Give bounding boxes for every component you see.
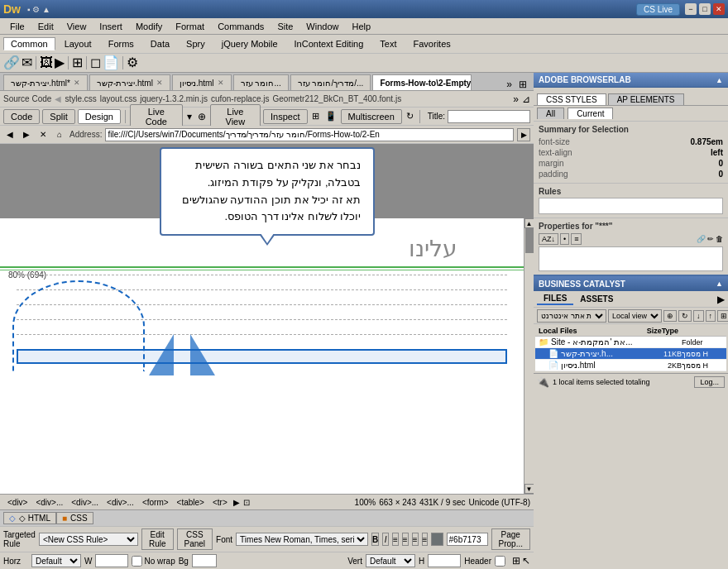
stop-button[interactable]: ✕: [36, 128, 50, 141]
files-tab[interactable]: FILES: [537, 293, 573, 305]
related-source-code[interactable]: Source Code: [3, 94, 51, 103]
menu-insert[interactable]: Insert: [93, 21, 129, 32]
close-button[interactable]: ✕: [713, 3, 725, 15]
tab-file-2-close[interactable]: ✕: [156, 79, 163, 87]
tab-file-3[interactable]: ניסיון.html ✕: [172, 74, 232, 90]
edit-prop-icon[interactable]: ✏: [707, 235, 714, 243]
media-icon[interactable]: ▶: [55, 55, 65, 70]
email-icon[interactable]: ✉: [22, 55, 32, 70]
bc-expand[interactable]: ▲: [716, 280, 723, 288]
properties-css-toggle[interactable]: ■ CSS: [56, 512, 93, 524]
ap-elements-tab[interactable]: AP ELEMENTS: [608, 93, 684, 105]
tab-spry[interactable]: Spry: [179, 37, 213, 50]
widget-icon[interactable]: ⚙: [127, 55, 138, 70]
scroll-down-button[interactable]: ▼: [524, 484, 534, 494]
split-button[interactable]: Split: [42, 109, 74, 124]
inspect-button[interactable]: Inspect: [263, 109, 307, 124]
tab-file-4[interactable]: חומר עזר...: [233, 74, 289, 90]
w-input[interactable]: [95, 554, 128, 567]
menu-format[interactable]: Format: [169, 21, 211, 32]
address-input[interactable]: [105, 128, 514, 141]
italic-button[interactable]: I: [382, 533, 389, 546]
multiscreen-button[interactable]: Multiscreen: [341, 109, 402, 124]
files-connect-button[interactable]: ⊕: [663, 310, 677, 322]
back-button[interactable]: ◀: [3, 128, 17, 141]
tab-forms[interactable]: Forms: [101, 37, 141, 50]
files-get-button[interactable]: ↓: [693, 310, 704, 322]
tag-form[interactable]: <form>: [138, 496, 173, 509]
menu-modify[interactable]: Modify: [129, 21, 169, 32]
files-put-button[interactable]: ↑: [706, 310, 716, 322]
refresh-icon[interactable]: ↻: [405, 111, 415, 122]
tab-common[interactable]: Common: [3, 37, 55, 50]
tab-file-6[interactable]: Forms-How-to\2-Empty\יצירת-קשר.html ✕: [372, 74, 472, 90]
scroll-up-button[interactable]: ▲: [524, 218, 534, 228]
tabs-more-btn[interactable]: »: [503, 79, 515, 90]
tag-div-2[interactable]: <div>...: [31, 496, 67, 509]
tab-file-2[interactable]: יצירת-קשר.html ✕: [89, 74, 170, 90]
properties-html-toggle[interactable]: ◇ ◇ HTML: [3, 512, 56, 524]
no-wrap-checkbox[interactable]: [132, 556, 142, 567]
bold-button[interactable]: B: [371, 533, 379, 546]
maximize-button[interactable]: □: [699, 3, 711, 15]
assets-tab[interactable]: ASSETS: [573, 294, 620, 304]
tab-incontext[interactable]: InContext Editing: [287, 37, 371, 50]
code-button[interactable]: Code: [3, 109, 40, 124]
list-button[interactable]: ≡: [571, 233, 582, 245]
align-center-button[interactable]: ≡: [402, 533, 409, 546]
tag-table[interactable]: <table>: [173, 496, 208, 509]
browser-lab-expand[interactable]: ▲: [716, 76, 723, 84]
related-geometr[interactable]: Geometr212_BkCn_BT_400.font.js: [272, 94, 401, 103]
tag-div-4[interactable]: <div>...: [103, 496, 138, 509]
scroll-thumb[interactable]: [525, 228, 534, 253]
vert-select[interactable]: Default: [366, 554, 415, 567]
template-icon[interactable]: 📄: [103, 55, 119, 70]
scroll-track[interactable]: [525, 228, 534, 484]
color-swatch[interactable]: [431, 533, 443, 546]
files-row-html-1[interactable]: 📄 יצירת-קשר.h... 11KB מסמך H: [535, 348, 726, 360]
menu-help[interactable]: Help: [345, 21, 377, 32]
css-panel-button[interactable]: CSS Panel: [177, 528, 213, 550]
page-properties-button[interactable]: Page Prop...: [491, 528, 530, 550]
targeted-rule-select[interactable]: <New CSS Rule>: [39, 533, 138, 546]
menu-site[interactable]: Site: [271, 21, 299, 32]
div-icon[interactable]: ◻: [90, 55, 101, 70]
home-button[interactable]: ⌂: [53, 128, 66, 141]
related-jquery[interactable]: jquery-1.3.2.min.js: [140, 94, 208, 103]
tag-expand-icon[interactable]: ▶: [232, 498, 242, 507]
title-input[interactable]: [448, 110, 530, 123]
image-icon[interactable]: 🖼: [40, 55, 53, 70]
menu-view[interactable]: View: [60, 21, 93, 32]
tag-tr[interactable]: <tr>: [208, 496, 232, 509]
hyperlink-icon[interactable]: 🔗: [3, 55, 20, 70]
tab-favorites[interactable]: Favorites: [406, 37, 458, 50]
files-refresh-button[interactable]: ↻: [678, 310, 692, 322]
related-cufon[interactable]: cufon-replace.js: [211, 94, 270, 103]
tag-div-1[interactable]: <div>: [3, 496, 31, 509]
menu-commands[interactable]: Commands: [211, 21, 271, 32]
table-icon[interactable]: ⊞: [72, 55, 83, 70]
site-select[interactable]: ת אתר אינטרנט: [537, 309, 606, 323]
inspect-arrow-icon[interactable]: ⊕: [196, 111, 208, 122]
forward-button[interactable]: ▶: [20, 128, 33, 141]
tab-text[interactable]: Text: [372, 37, 404, 50]
color-input[interactable]: [447, 533, 488, 546]
related-more-btn[interactable]: »: [513, 93, 519, 105]
minimize-button[interactable]: −: [685, 3, 697, 15]
tab-file-5[interactable]: מדריך/חומר עזר/...: [290, 74, 371, 90]
current-tab[interactable]: Current: [568, 108, 613, 119]
menu-window[interactable]: Window: [299, 21, 345, 32]
live-view-button[interactable]: Live View: [210, 104, 261, 129]
tab-file-1[interactable]: יצירת-קשר.html* ✕: [3, 74, 88, 90]
az-sort-button[interactable]: AZ↓: [539, 233, 558, 245]
link-prop-icon[interactable]: 🔗: [697, 235, 706, 243]
files-panel-expand[interactable]: ▶: [717, 294, 725, 305]
ftp-icon[interactable]: 🔌: [537, 376, 549, 388]
align-justify-button[interactable]: ≡: [422, 533, 429, 546]
related-filter-btn[interactable]: ⊿: [522, 93, 530, 105]
menu-edit[interactable]: Edit: [31, 21, 60, 32]
delete-prop-icon[interactable]: 🗑: [716, 235, 723, 243]
files-row-site[interactable]: 📁 Site - את 'המקמת-א... Folder: [535, 337, 726, 348]
tab-layout[interactable]: Layout: [57, 37, 99, 50]
bullet-button[interactable]: •: [560, 233, 569, 245]
